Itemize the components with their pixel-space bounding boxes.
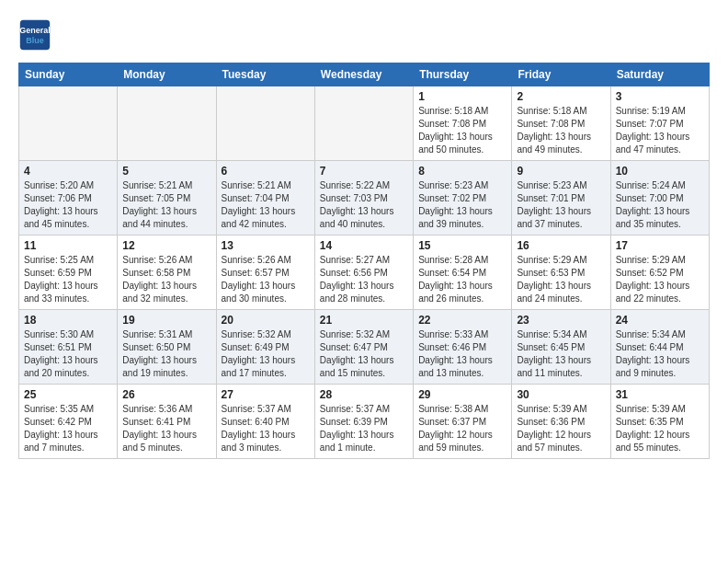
day-info: Sunrise: 5:26 AM Sunset: 6:57 PM Dayligh… [222, 254, 310, 305]
day-number: 15 [418, 239, 506, 252]
header: General Blue [18, 18, 710, 52]
day-number: 28 [320, 388, 408, 401]
weekday-header-friday: Friday [512, 63, 610, 86]
day-number: 17 [616, 239, 704, 252]
day-number: 24 [616, 314, 704, 327]
calendar-day-cell: 28Sunrise: 5:37 AM Sunset: 6:39 PM Dayli… [314, 385, 413, 459]
day-number: 26 [122, 388, 210, 401]
calendar-day-cell: 22Sunrise: 5:33 AM Sunset: 6:46 PM Dayli… [414, 310, 512, 385]
calendar-day-cell: 31Sunrise: 5:39 AM Sunset: 6:35 PM Dayli… [610, 385, 709, 459]
day-info: Sunrise: 5:35 AM Sunset: 6:42 PM Dayligh… [24, 403, 112, 454]
calendar-day-cell: 30Sunrise: 5:39 AM Sunset: 6:36 PM Dayli… [512, 385, 610, 459]
day-info: Sunrise: 5:19 AM Sunset: 7:07 PM Dayligh… [616, 105, 704, 156]
weekday-header-tuesday: Tuesday [216, 63, 314, 86]
day-info: Sunrise: 5:26 AM Sunset: 6:58 PM Dayligh… [122, 254, 210, 305]
day-number: 11 [24, 239, 112, 252]
day-info: Sunrise: 5:20 AM Sunset: 7:06 PM Dayligh… [24, 179, 112, 231]
day-number: 5 [122, 165, 210, 178]
day-number: 19 [122, 314, 210, 327]
svg-text:General: General [19, 26, 51, 35]
day-number: 9 [517, 165, 605, 178]
calendar-day-cell: 2Sunrise: 5:18 AM Sunset: 7:08 PM Daylig… [512, 86, 610, 161]
calendar-day-cell: 11Sunrise: 5:25 AM Sunset: 6:59 PM Dayli… [19, 236, 118, 310]
calendar-day-cell: 3Sunrise: 5:19 AM Sunset: 7:07 PM Daylig… [610, 86, 709, 161]
calendar-day-cell: 5Sunrise: 5:21 AM Sunset: 7:05 PM Daylig… [118, 161, 216, 236]
day-number: 27 [222, 388, 310, 401]
calendar-day-cell [118, 86, 216, 161]
day-number: 2 [517, 90, 605, 103]
day-number: 3 [616, 90, 704, 103]
day-info: Sunrise: 5:39 AM Sunset: 6:35 PM Dayligh… [616, 403, 704, 454]
day-info: Sunrise: 5:37 AM Sunset: 6:40 PM Dayligh… [222, 403, 310, 454]
calendar-day-cell: 23Sunrise: 5:34 AM Sunset: 6:45 PM Dayli… [512, 310, 610, 385]
day-number: 1 [418, 90, 506, 103]
day-info: Sunrise: 5:34 AM Sunset: 6:45 PM Dayligh… [517, 328, 605, 380]
weekday-header-row: SundayMondayTuesdayWednesdayThursdayFrid… [19, 63, 710, 86]
day-number: 4 [24, 165, 112, 178]
calendar-day-cell: 27Sunrise: 5:37 AM Sunset: 6:40 PM Dayli… [216, 385, 314, 459]
day-info: Sunrise: 5:29 AM Sunset: 6:53 PM Dayligh… [517, 254, 605, 305]
calendar-day-cell: 17Sunrise: 5:29 AM Sunset: 6:52 PM Dayli… [610, 236, 709, 310]
calendar-day-cell: 8Sunrise: 5:23 AM Sunset: 7:02 PM Daylig… [414, 161, 512, 236]
calendar-table: SundayMondayTuesdayWednesdayThursdayFrid… [18, 63, 710, 459]
day-number: 30 [517, 388, 605, 401]
logo-icon: General Blue [18, 18, 51, 52]
day-info: Sunrise: 5:23 AM Sunset: 7:01 PM Dayligh… [517, 179, 605, 231]
weekday-header-thursday: Thursday [414, 63, 512, 86]
day-info: Sunrise: 5:21 AM Sunset: 7:05 PM Dayligh… [122, 179, 210, 231]
day-info: Sunrise: 5:24 AM Sunset: 7:00 PM Dayligh… [616, 179, 704, 231]
day-number: 10 [616, 165, 704, 178]
day-info: Sunrise: 5:23 AM Sunset: 7:02 PM Dayligh… [418, 179, 506, 231]
day-info: Sunrise: 5:18 AM Sunset: 7:08 PM Dayligh… [418, 105, 506, 156]
day-info: Sunrise: 5:18 AM Sunset: 7:08 PM Dayligh… [517, 105, 605, 156]
day-number: 14 [320, 239, 408, 252]
calendar-day-cell: 6Sunrise: 5:21 AM Sunset: 7:04 PM Daylig… [216, 161, 314, 236]
weekday-header-sunday: Sunday [19, 63, 118, 86]
day-info: Sunrise: 5:37 AM Sunset: 6:39 PM Dayligh… [320, 403, 408, 454]
weekday-header-saturday: Saturday [610, 63, 709, 86]
weekday-header-monday: Monday [118, 63, 216, 86]
day-info: Sunrise: 5:33 AM Sunset: 6:46 PM Dayligh… [418, 328, 506, 380]
day-number: 21 [320, 314, 408, 327]
day-number: 16 [517, 239, 605, 252]
day-info: Sunrise: 5:27 AM Sunset: 6:56 PM Dayligh… [320, 254, 408, 305]
day-number: 7 [320, 165, 408, 178]
calendar-week-row: 25Sunrise: 5:35 AM Sunset: 6:42 PM Dayli… [19, 385, 710, 459]
day-number: 25 [24, 388, 112, 401]
day-number: 20 [222, 314, 310, 327]
calendar-day-cell [216, 86, 314, 161]
calendar-week-row: 1Sunrise: 5:18 AM Sunset: 7:08 PM Daylig… [19, 86, 710, 161]
day-info: Sunrise: 5:30 AM Sunset: 6:51 PM Dayligh… [24, 328, 112, 380]
calendar-day-cell: 16Sunrise: 5:29 AM Sunset: 6:53 PM Dayli… [512, 236, 610, 310]
calendar-day-cell: 9Sunrise: 5:23 AM Sunset: 7:01 PM Daylig… [512, 161, 610, 236]
logo: General Blue [18, 18, 55, 52]
calendar-week-row: 11Sunrise: 5:25 AM Sunset: 6:59 PM Dayli… [19, 236, 710, 310]
calendar-day-cell: 15Sunrise: 5:28 AM Sunset: 6:54 PM Dayli… [414, 236, 512, 310]
calendar-week-row: 4Sunrise: 5:20 AM Sunset: 7:06 PM Daylig… [19, 161, 710, 236]
calendar-day-cell: 21Sunrise: 5:32 AM Sunset: 6:47 PM Dayli… [314, 310, 413, 385]
calendar-day-cell: 14Sunrise: 5:27 AM Sunset: 6:56 PM Dayli… [314, 236, 413, 310]
day-number: 31 [616, 388, 704, 401]
day-number: 29 [418, 388, 506, 401]
day-info: Sunrise: 5:28 AM Sunset: 6:54 PM Dayligh… [418, 254, 506, 305]
calendar-day-cell: 7Sunrise: 5:22 AM Sunset: 7:03 PM Daylig… [314, 161, 413, 236]
day-number: 18 [24, 314, 112, 327]
day-info: Sunrise: 5:29 AM Sunset: 6:52 PM Dayligh… [616, 254, 704, 305]
day-number: 8 [418, 165, 506, 178]
calendar-day-cell [314, 86, 413, 161]
page: General Blue SundayMondayTuesdayWednesda… [0, 0, 728, 563]
day-number: 22 [418, 314, 506, 327]
day-info: Sunrise: 5:25 AM Sunset: 6:59 PM Dayligh… [24, 254, 112, 305]
day-info: Sunrise: 5:36 AM Sunset: 6:41 PM Dayligh… [122, 403, 210, 454]
calendar-day-cell: 13Sunrise: 5:26 AM Sunset: 6:57 PM Dayli… [216, 236, 314, 310]
calendar-day-cell: 24Sunrise: 5:34 AM Sunset: 6:44 PM Dayli… [610, 310, 709, 385]
day-number: 13 [222, 239, 310, 252]
calendar-day-cell: 25Sunrise: 5:35 AM Sunset: 6:42 PM Dayli… [19, 385, 118, 459]
svg-text:Blue: Blue [26, 36, 44, 45]
calendar-day-cell: 18Sunrise: 5:30 AM Sunset: 6:51 PM Dayli… [19, 310, 118, 385]
calendar-week-row: 18Sunrise: 5:30 AM Sunset: 6:51 PM Dayli… [19, 310, 710, 385]
calendar-day-cell: 12Sunrise: 5:26 AM Sunset: 6:58 PM Dayli… [118, 236, 216, 310]
calendar-day-cell [19, 86, 118, 161]
calendar-day-cell: 26Sunrise: 5:36 AM Sunset: 6:41 PM Dayli… [118, 385, 216, 459]
day-info: Sunrise: 5:32 AM Sunset: 6:49 PM Dayligh… [222, 328, 310, 380]
